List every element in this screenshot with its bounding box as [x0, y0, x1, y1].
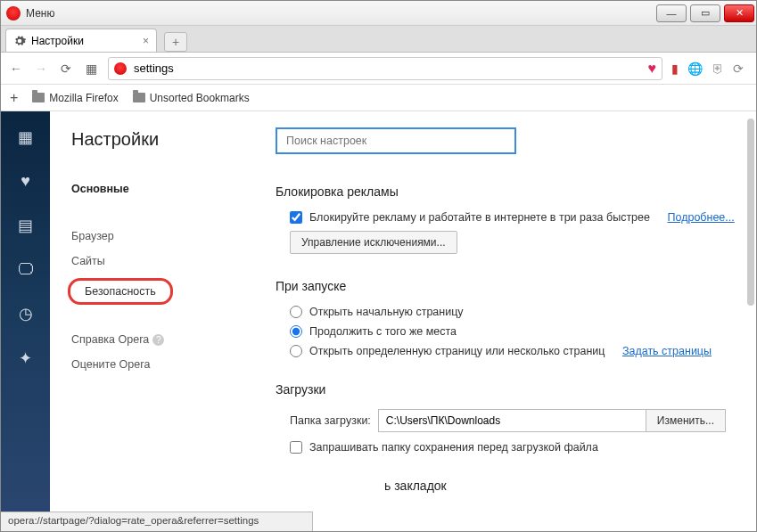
- adblock-checkbox[interactable]: [290, 211, 302, 224]
- ask-save-label: Запрашивать папку сохранения перед загру…: [309, 441, 598, 454]
- speed-dial-button[interactable]: ▦: [83, 61, 99, 77]
- address-input[interactable]: [134, 61, 648, 75]
- globe-icon[interactable]: 🌐: [687, 61, 703, 76]
- section-downloads-title: Загрузки: [276, 382, 736, 397]
- bookmarks-icon[interactable]: ♥: [15, 172, 37, 191]
- opera-icon: [114, 62, 127, 75]
- minimize-button[interactable]: —: [656, 4, 687, 22]
- startup-opt2: Продолжить с того же места: [309, 325, 457, 338]
- adblock-label: Блокируйте рекламу и работайте в интерне…: [309, 211, 650, 224]
- settings-search-input[interactable]: [276, 127, 516, 154]
- startup-opt3: Открыть определенную страницу или нескол…: [309, 345, 605, 357]
- vertical-sidebar: ▦ ♥ ▤ 🖵 ◷ ✦: [1, 111, 50, 512]
- heart-icon[interactable]: ♥: [648, 61, 657, 77]
- sidebar-item-sites[interactable]: Сайты: [71, 249, 251, 274]
- section-adblock-title: Блокировка рекламы: [276, 184, 736, 199]
- gear-icon: [13, 35, 26, 47]
- startup-radio-specific[interactable]: [290, 345, 302, 357]
- manage-exceptions-button[interactable]: Управление исключениями...: [290, 231, 457, 254]
- back-button[interactable]: ←: [8, 61, 24, 77]
- sidebar-item-rate[interactable]: Оцените Opera: [71, 352, 251, 377]
- download-icon[interactable]: ⟳: [733, 61, 744, 76]
- bookmark-icon[interactable]: ▮: [671, 61, 679, 76]
- startup-radio-continue[interactable]: [290, 325, 302, 338]
- scrollbar[interactable]: [747, 119, 754, 306]
- settings-sidebar: Настройки Основные Браузер Сайты Безопас…: [50, 111, 251, 512]
- download-path-input[interactable]: [378, 409, 646, 432]
- sidebar-item-help[interactable]: Справка Opera?: [71, 327, 251, 352]
- bookmark-folder-unsorted[interactable]: Unsorted Bookmarks: [133, 92, 250, 104]
- new-tab-button[interactable]: +: [164, 32, 187, 52]
- tab-title: Настройки: [31, 35, 84, 47]
- maximize-button[interactable]: ▭: [690, 4, 720, 22]
- settings-panel: Настройки Основные Браузер Сайты Безопас…: [50, 111, 756, 512]
- sync-icon[interactable]: 🖵: [15, 260, 37, 279]
- download-folder-label: Папка загрузки:: [290, 414, 371, 427]
- bookmark-bar: + Mozilla Firefox Unsorted Bookmarks: [1, 85, 756, 111]
- status-bar: opera://startpage/?dialog=rate_opera&ref…: [1, 512, 313, 531]
- section-startup-title: При запуске: [276, 279, 736, 293]
- sidebar-item-basic[interactable]: Основные: [71, 176, 251, 206]
- ask-save-checkbox[interactable]: [290, 441, 302, 454]
- speed-dial-icon[interactable]: ▦: [15, 127, 37, 147]
- folder-icon: [133, 93, 145, 102]
- set-pages-link[interactable]: Задать страницы: [622, 345, 712, 357]
- add-bookmark-button[interactable]: +: [10, 90, 18, 106]
- change-folder-button[interactable]: Изменить...: [646, 409, 726, 432]
- adblock-more-link[interactable]: Подробнее...: [667, 211, 734, 224]
- address-bar[interactable]: ♥: [108, 57, 662, 80]
- news-icon[interactable]: ▤: [15, 216, 37, 235]
- folder-icon: [32, 93, 45, 102]
- forward-button[interactable]: →: [33, 61, 49, 77]
- sidebar-item-security[interactable]: Безопасность: [68, 278, 173, 305]
- tab-settings[interactable]: Настройки ×: [5, 29, 157, 52]
- history-icon[interactable]: ◷: [15, 304, 37, 323]
- sidebar-item-browser[interactable]: Браузер: [71, 224, 251, 249]
- startup-opt1: Открыть начальную страницу: [309, 306, 464, 318]
- menu-button[interactable]: Меню: [26, 7, 54, 20]
- settings-title: Настройки: [71, 129, 251, 150]
- main-area: ▦ ♥ ▤ 🖵 ◷ ✦ Настройки Основные Браузер С…: [1, 111, 756, 512]
- tab-strip: Настройки × +: [1, 26, 756, 53]
- close-button[interactable]: ✕: [724, 4, 754, 22]
- extensions-icon[interactable]: ✦: [15, 348, 37, 368]
- startup-radio-startpage[interactable]: [290, 306, 302, 318]
- bookmark-folder-firefox[interactable]: Mozilla Firefox: [32, 92, 118, 104]
- bookmark-label: Mozilla Firefox: [49, 92, 118, 104]
- navigation-bar: ← → ⟳ ▦ ♥ ▮ 🌐 ⛨ ⟳: [1, 53, 756, 85]
- bookmark-label: Unsorted Bookmarks: [150, 92, 250, 104]
- reload-button[interactable]: ⟳: [58, 61, 74, 77]
- opera-logo-icon: [6, 6, 21, 20]
- settings-content: Блокировка рекламы Блокируйте рекламу и …: [251, 111, 756, 512]
- help-icon: ?: [152, 334, 164, 346]
- tab-close-icon[interactable]: ×: [143, 35, 149, 47]
- window-titlebar: Меню — ▭ ✕: [1, 1, 756, 26]
- section-bookmarks-title-partial: ь закладок: [384, 479, 736, 493]
- shield-icon[interactable]: ⛨: [712, 61, 724, 76]
